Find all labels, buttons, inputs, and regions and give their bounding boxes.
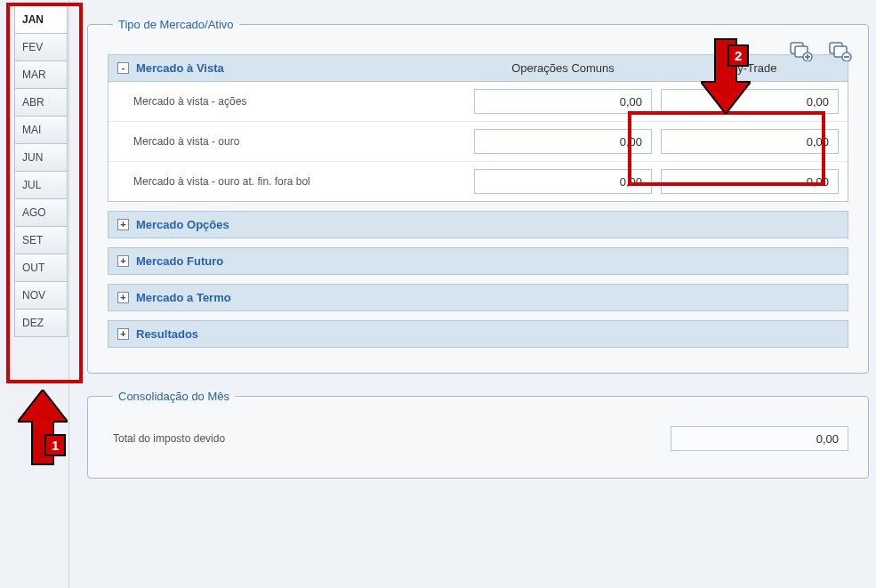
table-row: Mercado à vista - ouro at. fin. fora bol [108,161,848,201]
input-acoes-daytrade[interactable] [661,89,839,114]
section-mercado-a-vista: - Mercado à Vista Operações Comuns Day-T… [108,54,848,202]
table-row: Mercado à vista - ações [108,82,848,121]
consolidation-label-total: Total do imposto devido [108,432,662,445]
month-tab-nov[interactable]: NOV [14,281,68,309]
section-header-mercado-termo[interactable]: + Mercado a Termo [108,284,848,311]
section-title: Resultados [136,327,198,341]
collapse-icon: - [117,62,129,74]
section-mercado-opcoes: + Mercado Opções [108,211,848,238]
market-type-legend: Tipo de Mercado/Ativo [113,18,239,31]
month-tab-jan[interactable]: JAN [14,5,68,33]
row-label-acoes: Mercado à vista - ações [117,95,465,108]
section-resultados: + Resultados [108,320,848,348]
expand-icon: + [117,255,129,267]
section-title: Mercado à Vista [136,61,224,75]
month-tab-set[interactable]: SET [14,226,68,254]
section-mercado-termo: + Mercado a Termo [108,284,848,311]
month-tab-mar[interactable]: MAR [14,60,68,88]
month-tab-dez[interactable]: DEZ [14,309,68,337]
consolidation-legend: Consolidação do Mês [113,390,235,403]
input-ouro-fora-common[interactable] [474,169,652,194]
column-header-common: Operações Comuns [474,61,652,75]
market-type-fieldset: Tipo de Mercado/Ativo [87,18,869,374]
input-ouro-common[interactable] [474,129,652,154]
month-tab-mai[interactable]: MAI [14,116,68,143]
month-tab-fev[interactable]: FEV [14,33,68,60]
section-header-mercado-a-vista[interactable]: - Mercado à Vista Operações Comuns Day-T… [108,54,848,82]
month-tab-ago[interactable]: AGO [14,198,68,226]
expand-icon: + [117,328,129,340]
table-row: Mercado à vista - ouro [108,121,848,161]
month-tab-jun[interactable]: JUN [14,143,68,171]
section-title: Mercado Opções [136,218,229,231]
section-header-mercado-opcoes[interactable]: + Mercado Opções [108,211,848,238]
consolidation-fieldset: Consolidação do Mês Total do imposto dev… [87,390,869,479]
section-title: Mercado a Termo [136,291,231,304]
row-label-ouro-fora-bolsa: Mercado à vista - ouro at. fin. fora bol [117,175,465,188]
month-tabs: JAN FEV MAR ABR MAI JUN JUL AGO SET OUT … [0,0,69,588]
main-panel: Tipo de Mercado/Ativo [69,0,876,588]
month-tab-abr[interactable]: ABR [14,88,68,116]
collapse-all-icon[interactable] [829,42,852,64]
expand-icon: + [117,292,129,303]
consolidation-total-value [671,426,848,451]
input-acoes-common[interactable] [474,89,652,114]
section-header-resultados[interactable]: + Resultados [108,320,848,348]
expand-all-icon[interactable] [790,42,813,64]
section-header-mercado-futuro[interactable]: + Mercado Futuro [108,247,848,275]
input-ouro-fora-daytrade[interactable] [661,169,839,194]
section-mercado-futuro: + Mercado Futuro [108,247,848,275]
section-title: Mercado Futuro [136,254,223,268]
table-row: Total do imposto devido [108,426,848,451]
row-label-ouro: Mercado à vista - ouro [117,135,465,148]
month-tab-jul[interactable]: JUL [14,171,68,198]
input-ouro-daytrade[interactable] [661,129,839,154]
month-tab-out[interactable]: OUT [14,254,68,281]
expand-icon: + [117,219,129,230]
